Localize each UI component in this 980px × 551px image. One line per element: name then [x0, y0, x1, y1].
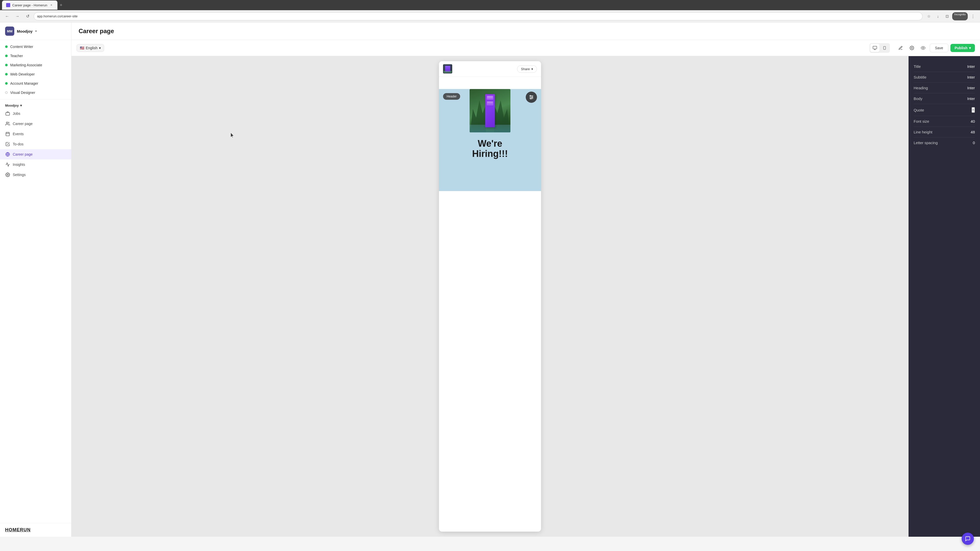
language-selector[interactable]: 🇺🇸 English ▾ [76, 44, 104, 52]
sidebar-item-todos[interactable]: To-dos [0, 139, 71, 149]
preview-logo [443, 64, 452, 73]
editor-toolbar: 🇺🇸 English ▾ [72, 40, 980, 56]
job-list: Content Writer Teacher Marketing Associa… [0, 40, 71, 100]
letter-spacing-label: Letter spacing [914, 141, 938, 145]
new-tab-button[interactable]: + [57, 2, 65, 9]
heading-font-value: Inter [967, 86, 975, 90]
back-button[interactable]: ← [3, 12, 11, 21]
toolbar-icons: ☆ ↓ ⊡ Incognito ⋮ [924, 12, 977, 21]
svg-point-15 [922, 48, 924, 49]
settings-tool-button[interactable] [907, 43, 916, 52]
job-item[interactable]: Marketing Associate [0, 60, 71, 70]
tab-close-button[interactable]: × [49, 3, 53, 7]
checklist-icon [5, 141, 10, 147]
status-dot-green [5, 82, 8, 85]
job-label: Content Writer [10, 44, 33, 49]
svg-point-14 [911, 48, 912, 49]
company-chevron-icon: ▾ [35, 29, 37, 33]
sidebar-item-label: Career page [13, 152, 33, 156]
avatar: MM [5, 27, 14, 36]
save-button[interactable]: Save [930, 44, 948, 52]
hero-settings-orb[interactable] [526, 92, 537, 103]
publish-button[interactable]: Publish ▾ [950, 44, 975, 52]
publish-chevron-icon: ▾ [969, 46, 971, 50]
quote-close-button[interactable]: × [972, 107, 975, 113]
tab-title: Career page - Homerun [12, 3, 47, 7]
status-dot-green [5, 64, 8, 66]
job-label: Account Manager [10, 81, 38, 86]
job-label: Teacher [10, 54, 23, 58]
subtitle-font-value: Inter [967, 75, 975, 79]
job-label: Web Developer [10, 72, 35, 76]
panel-line-height-row: Line height 48 [914, 127, 975, 138]
sidebar-item-career-page[interactable]: Career page [0, 149, 71, 159]
sidebar-item-jobs[interactable]: Jobs [0, 108, 71, 119]
publish-label: Publish [955, 46, 967, 50]
body-font-label: Body [914, 97, 922, 101]
mobile-view-button[interactable] [880, 44, 889, 52]
download-button[interactable]: ↓ [934, 12, 942, 21]
nav-section: Moodjoy ▾ Jobs Career page Events [0, 100, 71, 182]
cursor [230, 133, 235, 140]
desktop-view-button[interactable] [870, 44, 880, 52]
job-item[interactable]: Content Writer [0, 42, 71, 51]
preview-frame-header: Share ▾ [439, 61, 541, 77]
browser-toolbar: ← → ↺ app.homerun.co/career-site ☆ ↓ ⊡ I… [0, 10, 980, 22]
share-chevron-icon: ▾ [531, 67, 533, 71]
app-layout: MM Moodjoy ▾ Content Writer Teacher Mark… [0, 22, 980, 537]
hero-title-line1: We're [444, 138, 536, 149]
canvas-container: Share ▾ Header [72, 56, 908, 537]
address-bar[interactable]: app.homerun.co/career-site [34, 12, 923, 21]
title-font-label: Title [914, 64, 921, 68]
title-font-value: Inter [967, 64, 975, 68]
sidebar-header: MM Moodjoy ▾ [0, 22, 71, 40]
share-button[interactable]: Share ▾ [517, 65, 537, 73]
sidebar-item-label: Events [13, 132, 24, 136]
editor-area: Share ▾ Header [72, 56, 980, 537]
pen-tool-button[interactable] [896, 43, 905, 52]
forward-button[interactable]: → [13, 12, 21, 21]
homerun-logo: HOMERUN [5, 527, 66, 533]
sidebar: MM Moodjoy ▾ Content Writer Teacher Mark… [0, 22, 72, 537]
quote-font-label: Quote [914, 108, 924, 112]
svg-rect-2 [6, 132, 10, 136]
job-item[interactable]: Web Developer [0, 70, 71, 79]
sidebar-item-insights[interactable]: Insights [0, 159, 71, 170]
sidebar-item-candidates[interactable]: Career page [0, 119, 71, 129]
status-dot-outline [5, 91, 8, 94]
panel-heading-row: Heading Inter [914, 83, 975, 94]
split-button[interactable]: ⊡ [943, 12, 951, 21]
hero-text-block: We're Hiring!!! [439, 132, 541, 164]
page-title: Career page [79, 27, 973, 35]
tab-favicon [6, 3, 10, 7]
share-label: Share [521, 67, 530, 71]
svg-point-8 [7, 174, 8, 176]
bookmark-button[interactable]: ☆ [924, 12, 933, 21]
sidebar-item-events[interactable]: Events [0, 129, 71, 139]
main-header: Career page [72, 22, 980, 40]
calendar-icon [5, 131, 10, 137]
typography-panel: Title Inter Subtitle Inter Heading Inter… [908, 56, 980, 537]
svg-rect-0 [6, 113, 10, 115]
preview-tool-button[interactable] [918, 43, 928, 52]
sidebar-item-settings[interactable]: Settings [0, 170, 71, 180]
active-tab[interactable]: Career page - Homerun × [2, 0, 57, 10]
browser-tab-bar: Career page - Homerun × + [0, 0, 980, 10]
reload-button[interactable]: ↺ [24, 12, 32, 21]
url-text: app.homerun.co/career-site [37, 14, 78, 18]
panel-font-size-row: Font size 40 [914, 116, 975, 127]
svg-point-1 [6, 122, 8, 124]
nav-section-label: Moodjoy ▾ [0, 102, 71, 108]
job-item[interactable]: Account Manager [0, 79, 71, 88]
job-item[interactable]: Visual Designer [0, 88, 71, 97]
body-font-value: Inter [967, 97, 975, 101]
sidebar-footer: HOMERUN [0, 523, 71, 537]
status-dot-green [5, 73, 8, 76]
hero-title: We're Hiring!!! [444, 138, 536, 159]
line-height-value: 48 [970, 130, 975, 134]
more-button[interactable]: ⋮ [969, 12, 977, 21]
preview-hero-section: Header [439, 89, 541, 191]
sidebar-item-label: To-dos [13, 142, 24, 146]
job-item[interactable]: Teacher [0, 51, 71, 60]
lang-chevron-icon: ▾ [99, 46, 101, 50]
